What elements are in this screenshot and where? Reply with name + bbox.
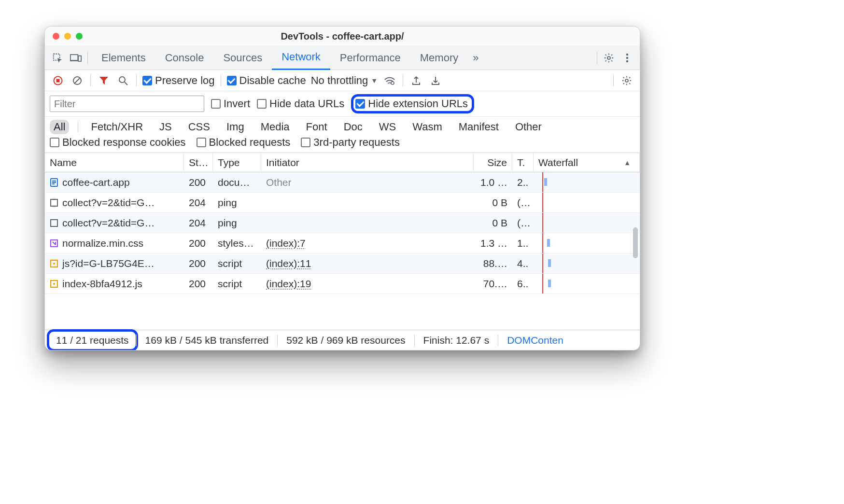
request-status: 204 (184, 213, 213, 233)
tab-elements[interactable]: Elements (92, 46, 155, 70)
svg-rect-3 (78, 56, 81, 61)
request-status: 200 (184, 274, 213, 294)
type-filter-media[interactable]: Media (257, 120, 294, 134)
col-size[interactable]: Size (474, 153, 512, 172)
minimize-window-button[interactable] (64, 33, 71, 40)
filter-input[interactable] (50, 96, 204, 112)
tab-console[interactable]: Console (155, 46, 214, 70)
scrollbar-thumb[interactable] (633, 227, 638, 258)
type-filter-font[interactable]: Font (302, 120, 331, 134)
panel-tabs: Elements Console Sources Network Perform… (92, 46, 593, 70)
divider (136, 75, 137, 86)
request-time: (… (512, 213, 534, 233)
table-row[interactable]: collect?v=2&tid=G… 204 ping 0 B (… (45, 213, 640, 233)
hide-data-urls-label: Hide data URLs (269, 98, 344, 110)
device-toolbar-icon[interactable] (68, 50, 84, 66)
filter-icon[interactable] (97, 73, 111, 88)
hide-extension-urls-checkbox[interactable]: Hide extension URLs (355, 98, 468, 110)
export-har-icon[interactable] (409, 73, 423, 88)
tab-sources[interactable]: Sources (213, 46, 272, 70)
tab-performance[interactable]: Performance (330, 46, 410, 70)
network-settings-gear-icon[interactable] (619, 73, 634, 88)
initiator-link[interactable]: (index):11 (266, 258, 311, 269)
type-filter-manifest[interactable]: Manifest (455, 120, 503, 134)
table-row[interactable]: collect?v=2&tid=G… 204 ping 0 B (… (45, 193, 640, 213)
svg-point-24 (53, 263, 55, 265)
type-filter-js[interactable]: JS (155, 120, 176, 134)
network-conditions-icon[interactable] (382, 73, 397, 88)
invert-checkbox[interactable]: Invert (211, 98, 250, 110)
tab-network[interactable]: Network (272, 46, 330, 70)
col-waterfall[interactable]: Waterfall ▲ (534, 153, 640, 172)
throttling-label: No throttling (311, 74, 368, 87)
requests-count: 11 / 21 requests (56, 335, 129, 346)
checkbox-icon (211, 99, 221, 109)
svg-rect-20 (51, 199, 57, 206)
import-har-icon[interactable] (428, 73, 443, 88)
zoom-window-button[interactable] (76, 33, 83, 40)
type-filter-img[interactable]: Img (223, 120, 248, 134)
more-tabs-icon[interactable]: » (468, 50, 483, 66)
requests-table-body: coffee-cart.app 200 docu… Other 1.0 … 2.… (45, 172, 640, 330)
throttling-select[interactable]: No throttling ▼ (311, 74, 378, 87)
table-row[interactable]: coffee-cart.app 200 docu… Other 1.0 … 2.… (45, 172, 640, 193)
hide-data-urls-checkbox[interactable]: Hide data URLs (257, 98, 344, 110)
request-size: 0 B (474, 193, 512, 212)
checkbox-icon (227, 76, 237, 85)
search-icon[interactable] (116, 73, 130, 88)
settings-gear-icon[interactable] (601, 50, 617, 66)
type-filter-all[interactable]: All (50, 120, 69, 134)
resource-type-icon (50, 259, 58, 268)
domcontentloaded-link[interactable]: DOMConten (498, 335, 572, 346)
type-filter-fetchxhr[interactable]: Fetch/XHR (87, 120, 147, 134)
status-bar: 11 / 21 requests 169 kB / 545 kB transfe… (45, 330, 640, 350)
request-time: 6.. (512, 274, 534, 294)
request-size: 88.… (474, 253, 512, 273)
preserve-log-checkbox[interactable]: Preserve log (142, 74, 215, 87)
waterfall-cell (534, 274, 640, 294)
col-status[interactable]: St… (184, 153, 213, 172)
col-type[interactable]: Type (213, 153, 261, 172)
request-type: ping (213, 213, 261, 233)
col-initiator[interactable]: Initiator (261, 153, 474, 172)
col-name[interactable]: Name (45, 153, 184, 172)
record-icon[interactable] (51, 73, 65, 88)
type-filter-wasm[interactable]: Wasm (408, 120, 446, 134)
clear-icon[interactable] (70, 73, 84, 88)
type-filter-css[interactable]: CSS (184, 120, 214, 134)
checkbox-icon (301, 138, 310, 147)
initiator-link[interactable]: (index):7 (266, 238, 306, 249)
close-window-button[interactable] (53, 33, 59, 40)
table-row[interactable]: index-8bfa4912.js 200 script (index):19 … (45, 274, 640, 294)
table-row[interactable]: normalize.min.css 200 styles… (index):7 … (45, 233, 640, 253)
request-size: 70.… (474, 274, 512, 294)
blocked-cookies-checkbox[interactable]: Blocked response cookies (50, 136, 186, 149)
type-filter-other[interactable]: Other (511, 120, 546, 134)
col-time[interactable]: T. (512, 153, 534, 172)
request-name: collect?v=2&tid=G… (62, 217, 155, 229)
blocked-requests-checkbox[interactable]: Blocked requests (197, 136, 291, 149)
resources-size: 592 kB / 969 kB resources (278, 335, 414, 346)
request-status: 200 (184, 253, 213, 273)
type-filter-ws[interactable]: WS (375, 120, 400, 134)
sort-asc-icon: ▲ (624, 159, 631, 167)
svg-point-5 (626, 53, 628, 55)
finish-time: Finish: 12.67 s (415, 335, 498, 346)
svg-point-4 (607, 56, 610, 59)
request-name: collect?v=2&tid=G… (62, 197, 155, 209)
table-row[interactable]: js?id=G-LB75G4E… 200 script (index):11 8… (45, 253, 640, 274)
type-filter-divider (78, 122, 78, 132)
kebab-menu-icon[interactable] (619, 50, 635, 66)
inspect-element-icon[interactable] (50, 50, 65, 66)
disable-cache-checkbox[interactable]: Disable cache (227, 74, 306, 87)
resource-type-icon (50, 280, 58, 288)
initiator-link[interactable]: (index):19 (266, 278, 311, 290)
traffic-lights (53, 33, 83, 40)
third-party-checkbox[interactable]: 3rd-party requests (301, 136, 400, 149)
third-party-label: 3rd-party requests (313, 136, 400, 149)
tab-memory[interactable]: Memory (410, 46, 468, 70)
blocked-requests-label: Blocked requests (209, 136, 291, 149)
main-tabs-row: Elements Console Sources Network Perform… (45, 46, 640, 70)
type-filter-doc[interactable]: Doc (340, 120, 366, 134)
extra-filters-row: Blocked response cookies Blocked request… (45, 135, 640, 153)
